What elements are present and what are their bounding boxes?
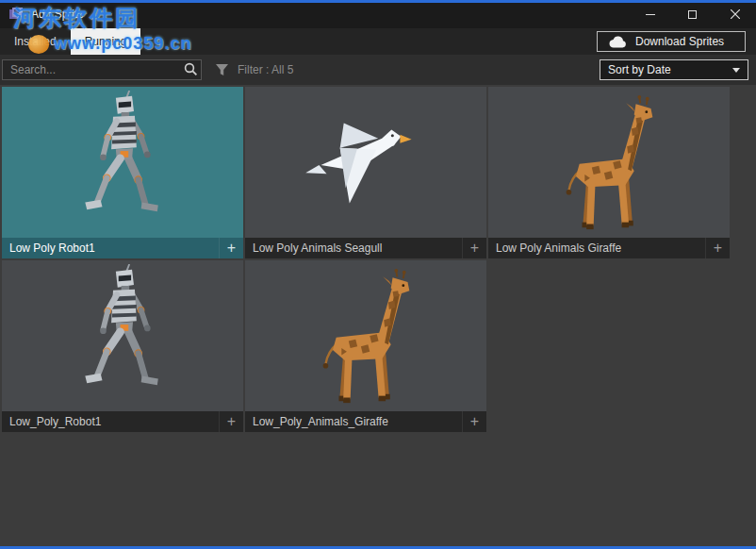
sprite-label-bar: Low Poly Animals Giraffe +	[488, 238, 730, 258]
close-button[interactable]	[714, 0, 756, 28]
tab-running[interactable]: Running	[71, 28, 141, 55]
tab-installed-label: Installed	[14, 35, 57, 48]
sprite-label-bar: Low Poly Animals Seagull +	[245, 238, 486, 258]
title-bar: Add Sprite	[0, 0, 756, 28]
sprite-card-robot1[interactable]: Low Poly Robot1 +	[2, 87, 243, 258]
sprite-card-giraffe[interactable]: Low Poly Animals Giraffe +	[488, 87, 730, 258]
sprite-thumbnail	[488, 87, 730, 238]
giraffe-model-image	[304, 265, 428, 407]
maximize-button[interactable]	[671, 0, 714, 28]
minimize-icon	[646, 14, 655, 15]
tab-installed[interactable]: Installed	[0, 28, 71, 55]
sprite-label-bar: Low_Poly_Animals_Giraffe +	[245, 411, 486, 432]
maximize-icon	[688, 10, 697, 19]
sprite-name: Low Poly Animals Seagull	[245, 241, 462, 255]
sprite-card-robot1-underscore[interactable]: Low_Poly_Robot1 +	[2, 260, 243, 432]
plus-icon: +	[227, 413, 236, 430]
plus-icon: +	[714, 240, 722, 257]
search-input[interactable]	[2, 59, 202, 80]
window-title: Add Sprite	[31, 8, 84, 21]
sprite-grid-area: Low Poly Robot1 + Low Poly Animals Seagu…	[0, 85, 756, 549]
filter-icon[interactable]	[215, 63, 229, 76]
add-sprite-button[interactable]: +	[219, 411, 243, 432]
sprite-thumbnail	[245, 260, 486, 411]
sprite-label-bar: Low Poly Robot1 +	[2, 238, 243, 258]
sprite-card-seagull[interactable]: Low Poly Animals Seagull +	[245, 87, 486, 258]
download-sprites-label: Download Sprites	[635, 35, 724, 48]
search-icon[interactable]	[184, 62, 198, 76]
giraffe-model-image	[548, 92, 671, 233]
cloud-icon	[609, 36, 628, 48]
minimize-button[interactable]	[629, 0, 671, 28]
tab-running-label: Running	[85, 35, 127, 48]
sprite-label-bar: Low_Poly_Robot1 +	[2, 411, 243, 432]
search-box	[2, 59, 202, 80]
sprite-name: Low Poly Animals Giraffe	[488, 241, 705, 255]
sprite-thumbnail	[2, 87, 243, 238]
chevron-down-icon	[732, 68, 740, 73]
window-controls	[629, 0, 756, 28]
tab-bar: Installed Running Download Sprites	[0, 28, 756, 55]
sprite-name: Low Poly Robot1	[2, 241, 219, 255]
plus-icon: +	[470, 413, 479, 430]
window: Add Sprite Installed Running	[0, 0, 756, 549]
toolbar: Filter : All 5 Sort by Date	[0, 55, 756, 85]
sprite-thumbnail	[2, 260, 243, 411]
sprite-thumbnail	[245, 87, 486, 238]
app-icon	[8, 7, 24, 22]
robot-model-image	[69, 91, 177, 235]
add-sprite-button[interactable]: +	[219, 238, 243, 258]
plus-icon: +	[470, 240, 479, 257]
sort-value: Sort by Date	[608, 63, 671, 76]
sort-dropdown[interactable]: Sort by Date	[600, 59, 748, 80]
close-icon	[731, 9, 740, 19]
sprite-card-giraffe-underscore[interactable]: Low_Poly_Animals_Giraffe +	[245, 260, 486, 432]
sprite-name: Low_Poly_Animals_Giraffe	[245, 415, 462, 428]
plus-icon: +	[227, 240, 236, 257]
robot-model-image	[69, 264, 177, 408]
add-sprite-button[interactable]: +	[705, 238, 730, 258]
filter-label: Filter : All 5	[238, 63, 293, 76]
watermark-border-top	[0, 0, 756, 3]
add-sprite-button[interactable]: +	[462, 411, 486, 432]
seagull-model-image	[285, 109, 447, 215]
sprite-name: Low_Poly_Robot1	[2, 415, 219, 428]
sprite-grid: Low Poly Robot1 + Low Poly Animals Seagu…	[0, 85, 756, 434]
add-sprite-button[interactable]: +	[462, 238, 486, 258]
download-sprites-button[interactable]: Download Sprites	[597, 31, 746, 52]
